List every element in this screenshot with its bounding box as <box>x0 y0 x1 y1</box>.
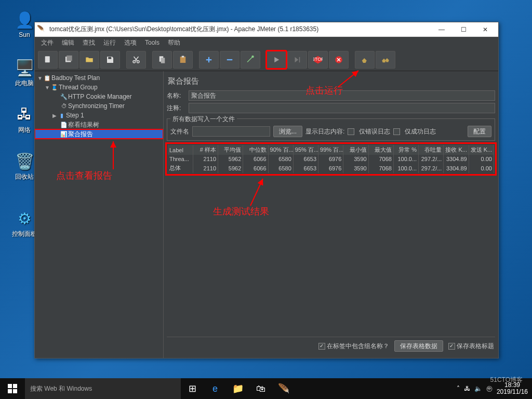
svg-rect-17 <box>8 384 12 388</box>
svg-rect-8 <box>180 57 186 63</box>
jmeter-window: 🪶 tomcat优化压测.jmx (C:\Users\Sun\Desktop\t… <box>34 22 499 358</box>
col-header[interactable]: 发送 K... <box>469 145 494 155</box>
col-header[interactable]: 最大值 <box>368 145 393 155</box>
menu-edit[interactable]: 编辑 <box>58 37 78 48</box>
menu-run[interactable]: 运行 <box>99 37 120 48</box>
table-row[interactable]: Threa...21105962606665806653697635907068… <box>168 155 494 163</box>
col-header[interactable]: Label <box>168 145 193 155</box>
clear-all-button[interactable] <box>376 51 395 69</box>
tray-volume-icon[interactable]: 🔈 <box>474 385 482 392</box>
name-label: 名称: <box>167 91 189 100</box>
col-header[interactable]: 中位数 <box>243 145 268 155</box>
comment-label: 注释: <box>167 104 189 113</box>
save-header-checkbox[interactable] <box>448 343 455 350</box>
jmeter-task-icon[interactable]: 🪶 <box>272 378 295 399</box>
tree-sync-timer[interactable]: ⏱Synchronizing Timer <box>35 101 163 111</box>
col-header[interactable]: 接收 K... <box>444 145 469 155</box>
taskbar-search[interactable]: 搜索 Web 和 Windows <box>25 378 181 399</box>
menu-options[interactable]: 选项 <box>120 37 141 48</box>
start-button[interactable] <box>267 51 286 69</box>
expand-button[interactable] <box>199 51 219 69</box>
tree-aggregate-report[interactable]: 📊聚合报告 <box>35 129 163 139</box>
copy-button[interactable] <box>152 51 172 69</box>
results-table-wrap: Label# 样本平均值中位数90% 百...95% 百...99% 百...最… <box>167 144 495 174</box>
edge-icon[interactable]: e <box>204 378 227 399</box>
cut-button[interactable] <box>126 51 146 69</box>
panel-title: 聚合报告 <box>167 74 495 90</box>
file-label: 文件名 <box>170 127 189 136</box>
tray-ime-icon[interactable]: ㊥ <box>486 384 493 393</box>
templates-button[interactable] <box>59 51 78 69</box>
svg-rect-3 <box>108 57 111 59</box>
tree-thread-group[interactable]: ▼🧵Thread Group <box>35 83 163 92</box>
name-input[interactable] <box>189 90 495 101</box>
include-group-checkbox[interactable] <box>318 343 325 350</box>
save-table-data-button[interactable]: 保存表格数据 <box>394 340 443 352</box>
stop-button[interactable]: STOP <box>308 51 328 69</box>
start-no-pause-button[interactable] <box>287 51 307 69</box>
tree-step1[interactable]: ▶▮Step 1 <box>35 111 163 120</box>
menu-file[interactable]: 文件 <box>37 37 58 48</box>
table-row[interactable]: 总体21105962606665806653697635907068100.0.… <box>168 163 494 173</box>
tray-up-icon[interactable]: ˄ <box>457 385 460 392</box>
tree-view-results[interactable]: 📄察看结果树 <box>35 120 163 129</box>
toggle-button[interactable] <box>241 51 260 69</box>
col-header[interactable]: 90% 百... <box>268 145 293 155</box>
tree-root[interactable]: ▼📋Badboy Test Plan <box>35 73 163 83</box>
taskbar[interactable]: 搜索 Web 和 Windows ⊞ e 📁 🛍 🪶 ˄ 🖧 🔈 ㊥ 18:39… <box>0 378 532 399</box>
paste-button[interactable] <box>173 51 193 69</box>
log-label: 显示日志内容: <box>305 127 344 136</box>
col-header[interactable]: 平均值 <box>218 145 243 155</box>
tree-cookie-manager[interactable]: 🔧HTTP Cookie Manager <box>35 92 163 101</box>
svg-rect-20 <box>13 389 17 393</box>
jmeter-icon: 🪶 <box>37 25 46 34</box>
svg-rect-18 <box>13 384 17 388</box>
results-table[interactable]: Label# 样本平均值中位数90% 百...95% 百...99% 百...最… <box>168 145 494 173</box>
svg-rect-9 <box>182 56 184 57</box>
panel-footer: 在标签中包含组名称？ 保存表格数据 保存表格标题 <box>167 337 495 355</box>
close-button[interactable]: ✕ <box>474 23 496 36</box>
explorer-icon[interactable]: 📁 <box>227 378 249 399</box>
svg-rect-2 <box>66 55 72 61</box>
test-plan-tree[interactable]: ▼📋Badboy Test Plan ▼🧵Thread Group 🔧HTTP … <box>35 71 164 358</box>
menu-search[interactable]: 查找 <box>78 37 99 48</box>
open-button[interactable] <box>79 51 99 69</box>
svg-rect-19 <box>8 389 12 393</box>
browse-button[interactable]: 浏览... <box>273 126 302 137</box>
svg-point-10 <box>252 56 254 57</box>
col-header[interactable]: 95% 百... <box>293 145 318 155</box>
col-header[interactable]: 99% 百... <box>318 145 343 155</box>
watermark: 51CTO博客 <box>490 376 523 384</box>
clear-button[interactable] <box>355 51 375 69</box>
shutdown-button[interactable] <box>329 51 349 69</box>
start-button[interactable] <box>0 378 25 399</box>
maximize-button[interactable]: ☐ <box>453 23 474 36</box>
window-title: tomcat优化压测.jmx (C:\Users\Sun\Desktop\tom… <box>49 25 431 34</box>
col-header[interactable]: 异常 % <box>393 145 418 155</box>
file-fieldset: 所有数据写入一个文件 文件名 浏览... 显示日志内容: 仅错误日志 仅成功日志… <box>167 118 495 141</box>
minimize-button[interactable]: — <box>431 23 453 36</box>
configure-button[interactable]: 配置 <box>468 126 491 137</box>
menu-tools[interactable]: Tools <box>141 38 164 47</box>
col-header[interactable]: 最小值 <box>343 145 368 155</box>
svg-rect-7 <box>161 58 165 63</box>
col-header[interactable]: 吞吐量 <box>419 145 444 155</box>
titlebar[interactable]: 🪶 tomcat优化压测.jmx (C:\Users\Sun\Desktop\t… <box>35 22 498 37</box>
menu-help[interactable]: 帮助 <box>164 37 184 48</box>
collapse-button[interactable] <box>220 51 240 69</box>
store-icon[interactable]: 🛍 <box>249 378 272 399</box>
comment-input[interactable] <box>189 103 495 113</box>
save-button[interactable] <box>100 51 120 69</box>
only-success-checkbox[interactable] <box>393 128 400 135</box>
toolbar: STOP <box>35 48 498 71</box>
tray-network-icon[interactable]: 🖧 <box>464 385 470 392</box>
svg-rect-0 <box>45 56 50 62</box>
only-error-checkbox[interactable] <box>348 128 354 135</box>
main-panel: 聚合报告 名称: 注释: 所有数据写入一个文件 文件名 浏览... 显示日志内容… <box>164 71 498 358</box>
svg-text:STOP: STOP <box>313 57 323 62</box>
new-button[interactable] <box>38 51 58 69</box>
menubar: 文件 编辑 查找 运行 选项 Tools 帮助 <box>35 37 498 48</box>
task-view-icon[interactable]: ⊞ <box>181 378 204 399</box>
col-header[interactable]: # 样本 <box>193 145 218 155</box>
filename-input[interactable] <box>192 126 270 137</box>
